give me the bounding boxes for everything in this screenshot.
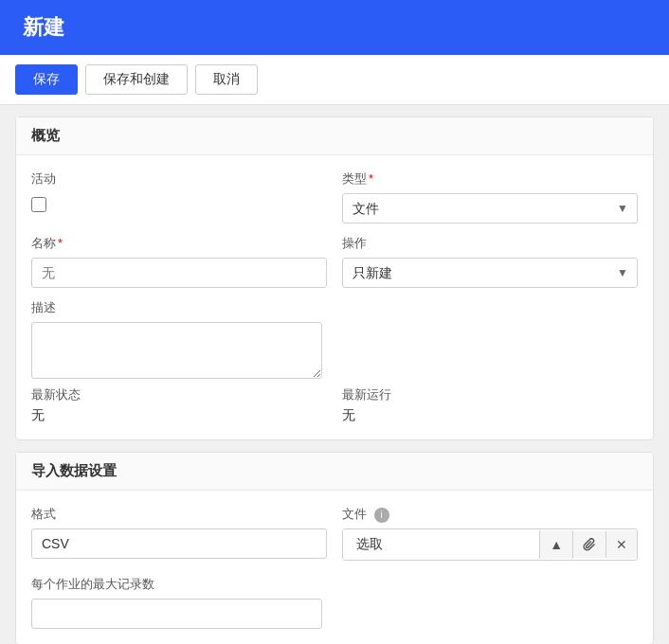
file-input-wrapper: 选取 ▲ ✕	[342, 528, 638, 561]
page-header: 新建	[0, 0, 669, 55]
content-area: 概览 活动 类型 文	[0, 105, 669, 644]
max-records-label: 每个作业的最大记录数	[31, 576, 322, 593]
overview-row2: 名称 操作 只新建 新建或更新 只更新 ▼	[31, 235, 638, 288]
file-attach-button[interactable]	[573, 531, 606, 558]
format-label: 格式	[31, 506, 327, 523]
overview-row4: 最新状态 无 最新运行 无	[31, 386, 638, 424]
operation-select[interactable]: 只新建 新建或更新 只更新	[342, 258, 638, 288]
active-label: 活动	[31, 170, 327, 188]
latest-status-group: 最新状态 无	[31, 386, 327, 424]
name-label: 名称	[31, 235, 327, 252]
overview-section-title: 概览	[16, 117, 653, 155]
overview-row3: 描述	[31, 299, 638, 379]
description-label: 描述	[31, 299, 322, 316]
file-label: 文件 i	[342, 506, 638, 523]
latest-run-value: 无	[342, 407, 638, 424]
file-up-button[interactable]: ▲	[540, 530, 573, 559]
latest-status-value: 无	[31, 407, 327, 424]
import-row2: 每个作业的最大记录数	[31, 576, 322, 629]
overview-section-body: 活动 类型 文件 数据库 API	[16, 155, 653, 439]
description-textarea[interactable]	[31, 322, 322, 379]
format-input[interactable]	[31, 528, 327, 559]
latest-run-label: 最新运行	[342, 386, 638, 403]
operation-group: 操作 只新建 新建或更新 只更新 ▼	[342, 235, 638, 288]
file-group: 文件 i 选取 ▲	[342, 506, 638, 561]
latest-status-label: 最新状态	[31, 386, 327, 403]
active-checkbox-wrapper	[31, 197, 327, 212]
operation-select-wrapper: 只新建 新建或更新 只更新 ▼	[342, 258, 638, 288]
max-records-input[interactable]	[31, 599, 322, 629]
description-group: 描述	[31, 299, 322, 379]
name-group: 名称	[31, 235, 327, 288]
import-row1: 格式 文件 i 选取 ▲	[31, 506, 638, 561]
format-group: 格式	[31, 506, 327, 561]
cancel-button[interactable]: 取消	[195, 64, 258, 95]
type-group: 类型 文件 数据库 API ▼	[342, 170, 638, 224]
type-label: 类型	[342, 170, 638, 188]
file-action-buttons: ▲ ✕	[539, 530, 637, 559]
type-select-wrapper: 文件 数据库 API ▼	[342, 193, 638, 224]
overview-row1: 活动 类型 文件 数据库 API	[31, 170, 638, 224]
save-button[interactable]: 保存	[15, 64, 78, 95]
file-info-icon[interactable]: i	[374, 508, 389, 523]
page-title: 新建	[23, 15, 64, 39]
import-section-body: 格式 文件 i 选取 ▲	[16, 491, 653, 644]
max-records-group: 每个作业的最大记录数	[31, 576, 322, 629]
active-group: 活动	[31, 170, 327, 224]
active-checkbox[interactable]	[31, 197, 46, 212]
toolbar: 保存 保存和创建 取消	[0, 55, 669, 105]
file-select-button[interactable]: 选取	[343, 529, 539, 560]
name-input[interactable]	[31, 258, 327, 288]
overview-section: 概览 活动 类型 文	[15, 116, 654, 440]
import-section: 导入数据设置 格式 文件 i	[15, 452, 654, 644]
save-create-button[interactable]: 保存和创建	[85, 64, 188, 95]
latest-run-group: 最新运行 无	[342, 386, 638, 424]
page-wrapper: 新建 保存 保存和创建 取消 概览 活动	[0, 0, 669, 644]
file-clear-button[interactable]: ✕	[606, 530, 637, 559]
type-select[interactable]: 文件 数据库 API	[342, 193, 638, 224]
import-section-title: 导入数据设置	[16, 453, 653, 491]
operation-label: 操作	[342, 235, 638, 252]
